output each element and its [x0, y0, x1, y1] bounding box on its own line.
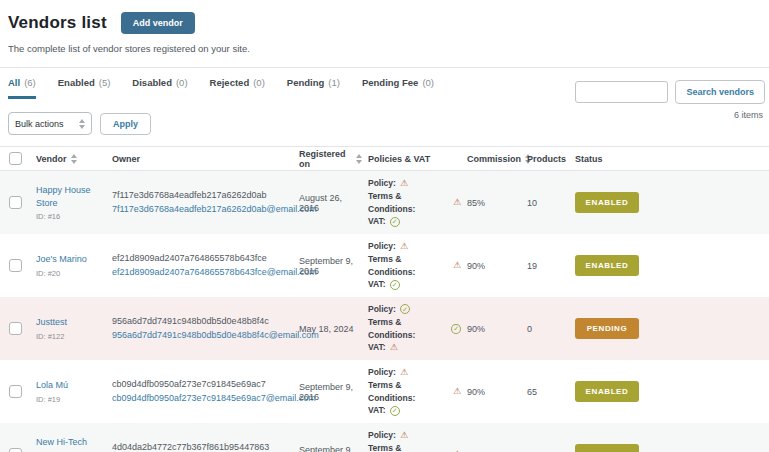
vendor-cell: JusttestID: #122 — [36, 316, 112, 340]
column-header-vendor: Vendor — [36, 154, 112, 164]
warning-icon: ⚠ — [453, 387, 461, 396]
vendor-cell: New Hi-Tech StoreID: #17 — [36, 436, 112, 452]
search-input[interactable] — [575, 81, 668, 103]
status-badge: ENABLED — [575, 255, 639, 276]
vendor-name-link[interactable]: New Hi-Tech Store — [36, 436, 106, 452]
table-header-row: VendorOwnerRegistered onPolicies & VATCo… — [0, 146, 769, 171]
terms-label: Terms & Conditions: — [368, 442, 449, 452]
column-header-policies-vat: Policies & VAT — [368, 154, 467, 164]
registered-on-cell: September 9, 2016 — [299, 382, 368, 402]
owner-cell: ef21d8909ad2407a764865578b643fceef21d890… — [112, 252, 299, 280]
vat-label: VAT: — [368, 341, 386, 354]
triangle-up-icon — [356, 154, 362, 158]
tab-count: (6) — [24, 77, 36, 88]
owner-cell: 956a6d7dd7491c948b0db5d0e48b8f4c956a6d7d… — [112, 315, 299, 343]
apply-button[interactable]: Apply — [100, 113, 151, 135]
sort-icon[interactable] — [356, 154, 362, 164]
owner-name: 7f117e3d6768a4eadfeb217a6262d0ab — [112, 189, 293, 203]
tab-label: Pending — [287, 77, 324, 88]
items-count: 6 items — [575, 110, 765, 120]
check-circle-icon: ✓ — [451, 324, 461, 334]
owner-email-link[interactable]: ef21d8909ad2407a764865578b643fce@email.c… — [112, 266, 293, 280]
policy-label: Policy: — [368, 429, 396, 442]
page-title: Vendors list — [8, 13, 107, 33]
products-cell: 19 — [527, 261, 575, 271]
status-badge: ENABLED — [575, 192, 639, 213]
policy-line-terms: Terms & Conditions:⚠ — [368, 442, 461, 452]
warning-icon: ⚠ — [400, 368, 408, 377]
policies-vat-cell: Policy:⚠Terms & Conditions:⚠VAT:✓ — [368, 177, 467, 228]
vendor-name-link[interactable]: Joe's Marino — [36, 253, 106, 265]
column-header-label: Registered on — [299, 149, 352, 169]
commission-cell: 85% — [467, 198, 527, 208]
table-row: Lola MúID: #19cb09d4dfb0950af273e7c91845… — [0, 360, 769, 423]
vat-label: VAT: — [368, 215, 386, 228]
tab-label: All — [8, 77, 20, 88]
terms-label: Terms & Conditions: — [368, 379, 449, 405]
status-badge: ENABLED — [575, 444, 639, 452]
commission-cell: 90% — [467, 324, 527, 334]
column-header-owner: Owner — [112, 154, 299, 164]
select-all-checkbox[interactable] — [9, 152, 22, 165]
row-checkbox[interactable] — [9, 322, 22, 335]
tab-all[interactable]: All(6) — [8, 77, 36, 99]
bulk-actions-select[interactable]: Bulk actions — [8, 112, 92, 135]
policy-label: Policy: — [368, 303, 396, 316]
policy-label: Policy: — [368, 366, 396, 379]
owner-email-link[interactable]: cb09d4dfb0950af273e7c91845e69ac7@email.c… — [112, 392, 293, 406]
vendor-id: ID: #16 — [36, 212, 106, 221]
sort-icon[interactable] — [71, 154, 77, 164]
owner-email-link[interactable]: 956a6d7dd7491c948b0db5d0e48b8f4c@email.c… — [112, 329, 293, 343]
owner-email-link[interactable]: 7f117e3d6768a4eadfeb217a6262d0ab@email.c… — [112, 203, 293, 217]
registered-on-cell: August 26, 2016 — [299, 193, 368, 213]
products-cell: 10 — [527, 198, 575, 208]
owner-cell: 4d04da2b4772c77b367f861b954478634d04da2b… — [112, 441, 299, 452]
vendors-table: VendorOwnerRegistered onPolicies & VATCo… — [0, 146, 769, 452]
tab-rejected[interactable]: Rejected(0) — [210, 77, 265, 99]
owner-name: ef21d8909ad2407a764865578b643fce — [112, 252, 293, 266]
warning-icon: ⚠ — [400, 431, 408, 440]
table-row: New Hi-Tech StoreID: #174d04da2b4772c77b… — [0, 423, 769, 452]
page-subtitle: The complete list of vendor stores regis… — [0, 43, 769, 54]
vendor-cell: Joe's MarinoID: #20 — [36, 253, 112, 277]
triangle-down-icon — [71, 160, 77, 164]
row-checkbox[interactable] — [9, 196, 22, 209]
warning-icon: ⚠ — [400, 242, 408, 251]
column-header-label: Owner — [112, 154, 140, 164]
warning-icon: ⚠ — [453, 198, 461, 207]
registered-on-cell: September 9, 2016 — [299, 256, 368, 276]
tab-label: Disabled — [132, 77, 172, 88]
page-header: Vendors list Add vendor — [0, 0, 769, 34]
vendor-name-link[interactable]: Lola Mú — [36, 379, 106, 391]
products-cell: 0 — [527, 324, 575, 334]
column-header-label: Commission — [467, 154, 521, 164]
status-cell: ENABLED — [575, 444, 769, 452]
warning-icon: ⚠ — [390, 343, 398, 352]
chevron-updown-icon — [79, 119, 85, 129]
tab-count: (5) — [99, 77, 111, 88]
tab-pending[interactable]: Pending(1) — [287, 77, 340, 99]
policy-line-terms: Terms & Conditions:⚠ — [368, 379, 461, 405]
tab-pending-fee[interactable]: Pending Fee(0) — [362, 77, 434, 99]
column-header-registered-on: Registered on — [299, 149, 368, 169]
terms-label: Terms & Conditions: — [368, 190, 449, 216]
tab-enabled[interactable]: Enabled(5) — [58, 77, 111, 99]
vat-label: VAT: — [368, 278, 386, 291]
status-cell: PENDING — [575, 318, 769, 339]
policy-line-policy: Policy:✓ — [368, 303, 461, 316]
tab-disabled[interactable]: Disabled(0) — [132, 77, 187, 99]
table-row: Happy House StoreID: #167f117e3d6768a4ea… — [0, 171, 769, 234]
row-checkbox[interactable] — [9, 385, 22, 398]
vendor-name-link[interactable]: Justtest — [36, 316, 106, 328]
column-header-label: Status — [575, 154, 603, 164]
policy-line-policy: Policy:⚠ — [368, 177, 461, 190]
vendor-name-link[interactable]: Happy House Store — [36, 184, 106, 208]
check-circle-icon: ✓ — [400, 304, 410, 314]
add-vendor-button[interactable]: Add vendor — [121, 12, 195, 34]
policy-line-policy: Policy:⚠ — [368, 240, 461, 253]
row-checkbox[interactable] — [9, 259, 22, 272]
search-vendors-button[interactable]: Search vendors — [675, 80, 765, 104]
owner-name: 4d04da2b4772c77b367f861b95447863 — [112, 441, 293, 452]
row-checkbox[interactable] — [9, 448, 22, 452]
policy-line-vat: VAT:⚠ — [368, 341, 461, 354]
